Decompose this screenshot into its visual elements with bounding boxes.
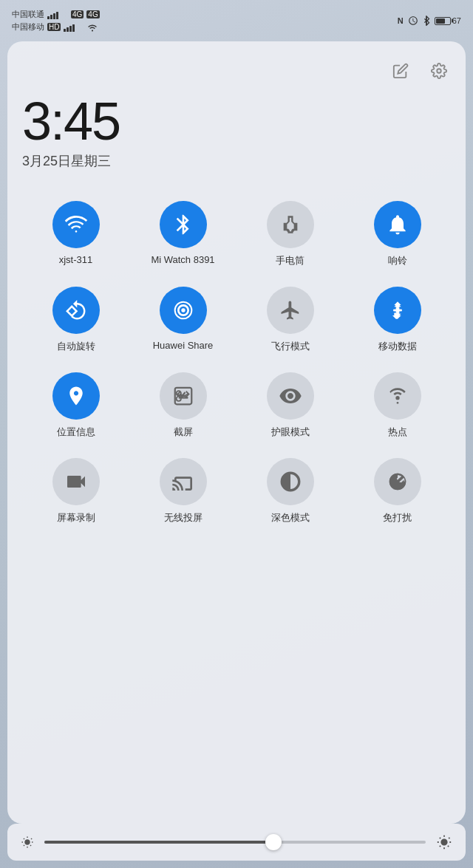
svg-rect-4	[64, 29, 66, 32]
toggle-wireless-cast[interactable]: 无线投屏	[129, 449, 236, 535]
svg-point-9	[181, 308, 185, 312]
wireless-cast-label: 无线投屏	[164, 511, 203, 524]
edit-button[interactable]	[389, 59, 412, 83]
huawei-share-circle	[160, 287, 207, 334]
alarm-icon	[408, 16, 418, 26]
ringer-circle	[374, 201, 421, 248]
control-panel: 3:45 3月25日星期三 xjst-311 Mi Watch 8391	[7, 41, 466, 824]
toggle-dark-mode[interactable]: 深色模式	[236, 449, 344, 535]
wifi-label: xjst-311	[59, 254, 93, 265]
brightness-slider-fill	[44, 841, 273, 844]
eye-protection-label: 护眼模式	[271, 426, 310, 439]
toggle-flashlight[interactable]: 手电筒	[236, 192, 344, 278]
svg-point-19	[395, 396, 399, 400]
wireless-cast-circle	[160, 458, 207, 505]
dark-mode-label: 深色模式	[271, 511, 310, 524]
toggle-dnd[interactable]: 免打扰	[344, 449, 451, 535]
hotspot-label: 热点	[388, 426, 407, 439]
carrier-info: 中国联通 4G 4G 中国移动 HD	[12, 9, 100, 33]
flashlight-circle	[267, 201, 314, 248]
date-display: 3月25日星期三	[22, 152, 451, 170]
wifi-status-icon	[87, 23, 98, 32]
screen-record-circle	[52, 458, 100, 505]
toggle-hotspot[interactable]: 热点	[344, 363, 451, 449]
brightness-slider-track[interactable]	[44, 841, 426, 844]
mobile-data-circle	[374, 287, 421, 334]
dnd-circle	[374, 458, 421, 505]
toggle-autorotate[interactable]: 自动旋转	[22, 278, 129, 363]
hd-badge: HD	[47, 23, 61, 31]
screenshot-label: 截屏	[174, 426, 193, 439]
mobile-data-label: 移动数据	[378, 340, 417, 353]
svg-rect-7	[72, 24, 75, 32]
screen-record-label: 屏幕录制	[57, 511, 95, 524]
dark-mode-circle	[267, 458, 314, 505]
time-display: 3:45	[22, 95, 451, 148]
autorotate-circle	[52, 287, 100, 334]
carrier1-name: 中国联通	[12, 9, 44, 20]
battery-percent: 67	[452, 16, 461, 25]
ringer-label: 响铃	[388, 254, 407, 267]
toggle-grid: xjst-311 Mi Watch 8391 手电筒	[22, 192, 451, 535]
battery-indicator: 67	[435, 16, 461, 25]
brightness-slider-thumb[interactable]	[265, 834, 282, 850]
huawei-share-label: Huawei Share	[153, 340, 214, 351]
toggle-screenshot[interactable]: 截屏	[129, 363, 236, 449]
airplane-label: 飞行模式	[271, 340, 310, 353]
svg-rect-5	[67, 27, 69, 32]
toggle-bluetooth[interactable]: Mi Watch 8391	[129, 192, 236, 278]
panel-top-actions	[22, 59, 451, 83]
bluetooth-status-icon	[423, 16, 430, 26]
wifi-circle	[52, 201, 100, 248]
toggle-airplane[interactable]: 飞行模式	[236, 278, 344, 363]
toggle-wifi[interactable]: xjst-311	[22, 192, 129, 278]
status-bar: 中国联通 4G 4G 中国移动 HD	[0, 0, 473, 38]
hotspot-circle	[374, 372, 421, 420]
brightness-low-icon	[21, 835, 34, 849]
svg-point-16	[176, 397, 180, 401]
time-section: 3:45 3月25日星期三	[22, 95, 451, 170]
toggle-ringer[interactable]: 响铃	[344, 192, 451, 278]
flashlight-label: 手电筒	[276, 254, 304, 267]
autorotate-label: 自动旋转	[57, 340, 95, 353]
svg-rect-1	[50, 15, 52, 19]
svg-rect-6	[69, 26, 72, 32]
carrier1-signal	[47, 10, 68, 19]
location-circle	[52, 372, 100, 420]
4g-badge: 4G	[71, 10, 84, 18]
toggle-eye-protection[interactable]: 护眼模式	[236, 363, 344, 449]
location-label: 位置信息	[57, 426, 95, 439]
nfc-icon: N	[398, 16, 404, 25]
brightness-bar	[7, 824, 466, 861]
brightness-high-icon	[436, 834, 452, 850]
dnd-label: 免打扰	[383, 511, 412, 524]
bluetooth-circle	[160, 201, 207, 248]
svg-rect-3	[56, 12, 58, 19]
status-right-icons: N 67	[398, 16, 461, 26]
toggle-huawei-share[interactable]: Huawei Share	[129, 278, 236, 363]
eye-protection-circle	[267, 372, 314, 420]
carrier2-name: 中国移动	[12, 21, 44, 33]
screenshot-circle	[160, 372, 207, 420]
toggle-location[interactable]: 位置信息	[22, 363, 129, 449]
toggle-screen-record[interactable]: 屏幕录制	[22, 449, 129, 535]
4g-badge2: 4G	[86, 10, 99, 18]
svg-rect-0	[47, 16, 50, 19]
svg-point-8	[437, 69, 441, 73]
settings-button[interactable]	[427, 59, 451, 83]
toggle-mobile-data[interactable]: 移动数据	[344, 278, 451, 363]
svg-rect-2	[53, 13, 55, 19]
carrier2-signal	[64, 23, 84, 32]
airplane-circle	[267, 287, 314, 334]
bluetooth-label: Mi Watch 8391	[151, 254, 214, 265]
